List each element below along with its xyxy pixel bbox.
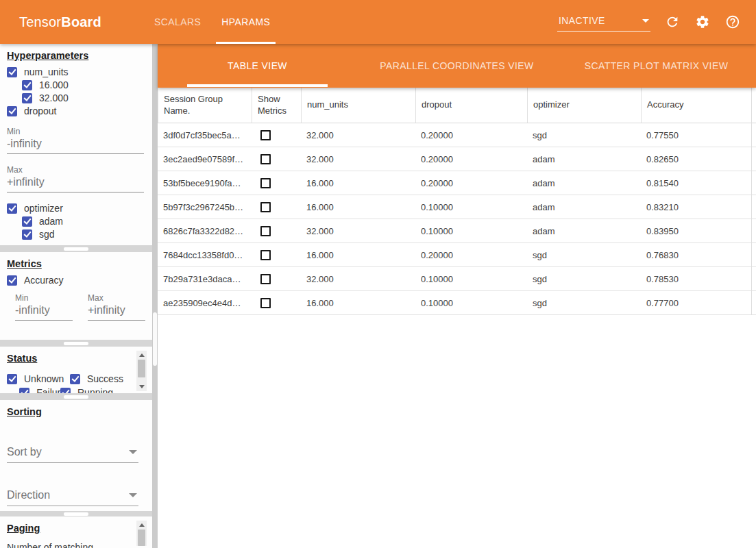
scroll-down-icon[interactable] (139, 385, 145, 388)
hparam-row-optimizer-sgd: sgd (22, 228, 147, 240)
show-metrics-checkbox[interactable] (260, 250, 271, 260)
metric-label: Accuracy (24, 275, 64, 286)
checkbox-status-success[interactable] (70, 374, 80, 384)
main-panel: TABLE VIEW PARALLEL COORDINATES VIEW SCA… (158, 44, 756, 548)
scroll-up-icon[interactable] (139, 353, 145, 357)
status-title: Status (7, 353, 37, 364)
cell-optimizer: sgd (527, 250, 641, 260)
scroll-up-icon[interactable] (139, 523, 145, 527)
direction-value: Direction (7, 489, 50, 501)
cell-optimizer: sgd (527, 298, 641, 308)
tab-table-view[interactable]: TABLE VIEW (158, 44, 357, 88)
metrics-max-input[interactable] (88, 303, 145, 321)
show-metrics-checkbox[interactable] (260, 274, 271, 284)
direction-dropdown[interactable]: Direction (7, 487, 138, 506)
nav-tab-scalars[interactable]: SCALARS (144, 0, 211, 44)
dropout-max-label: Max (7, 165, 147, 175)
help-icon[interactable] (724, 14, 741, 30)
metrics-minmax-fields: Min Max (15, 293, 147, 321)
cell-name: 7b29a731e3daca… (158, 274, 252, 284)
resize-handle[interactable] (64, 342, 88, 345)
sort-by-dropdown[interactable]: Sort by (7, 444, 138, 463)
col-header-num-units[interactable]: num_units (301, 88, 415, 123)
cell-dropout: 0.20000 (415, 154, 527, 164)
cell-optimizer: adam (527, 226, 641, 236)
cell-show-metrics (252, 178, 301, 188)
checkbox-optimizer[interactable] (7, 203, 17, 214)
dropout-max-input[interactable] (7, 175, 144, 192)
col-header-show-metrics[interactable]: Show Metrics (252, 88, 301, 123)
hparam-value-label: adam (39, 216, 63, 227)
status-label: Success (87, 373, 123, 384)
cell-name: ae235909ec4e4d… (158, 298, 252, 308)
show-metrics-checkbox[interactable] (260, 154, 271, 164)
resize-handle[interactable] (64, 512, 88, 516)
show-metrics-checkbox[interactable] (260, 298, 271, 308)
checkbox-num-units-32[interactable] (22, 93, 32, 103)
sidebar: Hyperparameters num_units 16.000 32.000 … (0, 44, 152, 548)
checkbox-dropout[interactable] (7, 106, 17, 116)
content: Hyperparameters num_units 16.000 32.000 … (0, 44, 756, 548)
checkbox-num-units[interactable] (7, 67, 17, 77)
metrics-min-input[interactable] (15, 303, 73, 321)
scrollbar-thumb[interactable] (138, 530, 145, 546)
checkbox-num-units-16[interactable] (22, 80, 32, 90)
nav-tab-hparams[interactable]: HPARAMS (211, 0, 280, 44)
cell-accuracy: 0.81540 (641, 178, 756, 188)
metrics-section: Metrics Accuracy Min Max (0, 252, 152, 340)
cell-optimizer: sgd (527, 130, 641, 140)
cell-show-metrics (252, 274, 301, 284)
table-row: 6826c7fa3322d82…32.0000.10000adam0.83950 (158, 219, 756, 243)
status-row-running: Running (60, 386, 137, 393)
paging-section: Paging Number of matching session groups… (0, 516, 152, 548)
paging-scrollbar[interactable] (136, 521, 147, 546)
show-metrics-checkbox[interactable] (260, 178, 271, 188)
resize-handle[interactable] (64, 395, 88, 399)
dropout-min-label: Min (7, 127, 147, 136)
refresh-icon[interactable] (664, 14, 681, 30)
hparam-label: dropout (24, 105, 56, 116)
checkbox-optimizer-adam[interactable] (22, 216, 32, 227)
cell-accuracy: 0.77550 (641, 130, 756, 140)
tab-parallel-coordinates-view[interactable]: PARALLEL COORDINATES VIEW (357, 44, 557, 88)
scrollbar-thumb[interactable] (153, 312, 157, 366)
cell-name: 5b97f3c2967245b… (158, 202, 252, 212)
show-metrics-checkbox[interactable] (260, 130, 271, 140)
tensorboard-logo: TensorBoard (19, 14, 101, 30)
chevron-down-icon (642, 19, 649, 23)
scrollbar-thumb[interactable] (138, 360, 145, 377)
cell-accuracy: 0.82650 (641, 154, 756, 164)
paging-info-text: Number of matching session groups: 8 (7, 542, 125, 548)
cell-show-metrics (252, 202, 301, 212)
show-metrics-checkbox[interactable] (260, 226, 271, 236)
col-header-session-group-name[interactable]: Session Group Name. (158, 88, 252, 123)
checkbox-status-running[interactable] (60, 388, 71, 394)
tab-scatter-plot-matrix-view[interactable]: SCATTER PLOT MATRIX VIEW (557, 44, 756, 88)
checkbox-status-unknown[interactable] (7, 374, 17, 384)
col-header-accuracy[interactable]: Accuracy (641, 88, 756, 123)
cell-show-metrics (252, 154, 301, 164)
checkbox-status-failure[interactable] (19, 388, 29, 394)
cell-num-units: 16.000 (301, 250, 415, 260)
cell-dropout: 0.10000 (415, 202, 527, 212)
hparam-value-label: 32.000 (39, 92, 69, 103)
metric-row-accuracy: Accuracy (7, 274, 147, 286)
app-header: TensorBoard SCALARS HPARAMS INACTIVE (0, 0, 756, 44)
sidebar-scrollbar[interactable] (152, 44, 158, 548)
status-scrollbar[interactable] (136, 351, 147, 391)
cell-show-metrics (252, 250, 301, 260)
settings-gear-icon[interactable] (694, 14, 711, 30)
cell-num-units: 16.000 (301, 298, 415, 308)
runs-selector-dropdown[interactable]: INACTIVE (557, 12, 650, 32)
table-right-border (751, 88, 752, 315)
col-header-dropout[interactable]: dropout (415, 88, 527, 123)
cell-num-units: 32.000 (301, 274, 415, 284)
dropout-min-input[interactable] (7, 136, 144, 154)
col-header-optimizer[interactable]: optimizer (527, 88, 641, 123)
resize-handle[interactable] (64, 247, 88, 251)
checkbox-accuracy[interactable] (7, 275, 17, 286)
show-metrics-checkbox[interactable] (260, 202, 271, 212)
cell-dropout: 0.20000 (415, 130, 527, 140)
checkbox-optimizer-sgd[interactable] (22, 229, 32, 240)
hparam-row-optimizer: optimizer (7, 202, 147, 214)
